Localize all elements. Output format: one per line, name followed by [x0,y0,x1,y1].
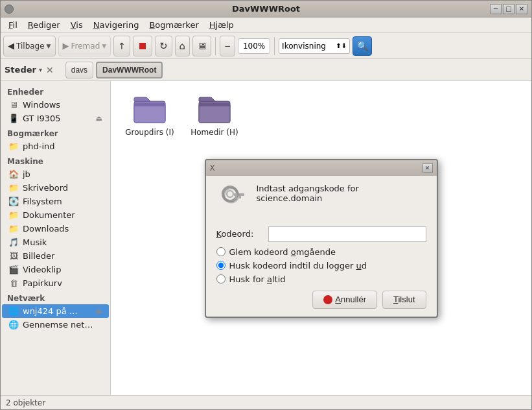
sidebar-item-phd-ind[interactable]: 📁 phd-ind [2,139,109,153]
sidebar-label-papirkurv: Papirkurv [23,278,62,288]
radio-always[interactable] [216,274,226,283]
reload-icon: ↻ [159,40,168,52]
sidebar-item-wnj424[interactable]: 🌐 wnj424 på … ⏏ [2,304,109,318]
sidebar-item-musik[interactable]: 🎵 Musik [2,235,109,249]
sidebar-label-videoklip: Videoklip [23,265,61,274]
sidebar-item-dokumenter[interactable]: 📁 Dokumenter [2,208,109,222]
sidebar-label-wnj424: wnj424 på … [23,306,78,316]
jb-icon: 🏠 [8,169,19,179]
sidebar-label-downloads: Downloads [23,224,69,234]
main-window: DavWWWRoot ─ □ ✕ Fil Rediger Vis Naviger… [0,0,532,410]
sidebar-label-jb: jb [23,169,30,179]
sidebar-label-phd-ind: phd-ind [23,141,55,151]
radio-forget-label: Glem kodeord omgående [229,247,336,257]
dialog-overlay: X ✕ [111,81,531,395]
stop-icon: ⏹ [137,40,148,52]
password-label: Kodeord: [216,229,268,239]
sidebar-label-gennemse: Gennemse net… [23,320,93,330]
dialog-title-icon: X [210,163,215,173]
home-button[interactable]: ⌂ [175,36,191,56]
musik-icon: 🎵 [8,237,19,247]
view-selector[interactable]: Ikonvisning ⬆⬇ [279,38,350,54]
sidebar-item-billeder[interactable]: 🖼 Billeder [2,249,109,263]
cancel-button[interactable]: Annullér [312,291,377,309]
sidebar-section-maskine: Maskine [1,153,110,167]
eject-wnj424-icon[interactable]: ⏏ [96,307,102,315]
downloads-icon: 📁 [8,224,19,234]
menu-fil[interactable]: Fil [3,19,23,31]
steder-label: Steder [5,65,36,75]
sidebar-item-windows[interactable]: 🖥 Windows [2,98,109,112]
forward-button[interactable]: ▶ Fremad ▼ [58,36,111,56]
breadcrumb-davs[interactable]: davs [65,62,93,78]
computer-button[interactable]: 🖥 [192,36,211,56]
close-steder-button[interactable]: ✕ [45,65,55,75]
locationbar: Steder ▾ ✕ davs DavWWWRoot [1,59,531,81]
videoklip-icon: 🎬 [8,265,19,274]
sidebar-item-gennemse[interactable]: 🌐 Gennemse net… [2,318,109,332]
toolbar: ◀ Tilbage ▼ ▶ Fremad ▼ ↑ ⏹ ↻ ⌂ 🖥 − 100% [1,33,531,59]
zoom-out-button[interactable]: − [220,36,235,56]
radio-forget[interactable] [216,247,226,256]
reload-button[interactable]: ↻ [155,36,172,56]
windows-icon: 🖥 [8,100,19,110]
menu-hjaelp[interactable]: Hjælp [204,19,239,31]
dialog-close-button[interactable]: ✕ [422,163,433,173]
cancel-dot-icon [323,295,332,304]
stop-button[interactable]: ⏹ [133,36,152,56]
view-dropdown-icon: ⬆⬇ [336,42,347,49]
eject-gt-icon[interactable]: ⏏ [96,114,102,123]
menu-bogmaerker[interactable]: Bogmærker [144,19,203,31]
search-icon: 🔍 [357,41,368,51]
radio-always-row: Husk for altid [216,274,426,284]
sidebar-item-filsystem[interactable]: 💽 Filsystem [2,195,109,208]
up-icon: ↑ [118,41,126,51]
zoom-level: 100% [238,38,270,54]
up-button[interactable]: ↑ [113,36,130,56]
cancel-label: Annullér [335,295,366,304]
wnj424-icon: 🌐 [8,306,19,316]
menu-navigering[interactable]: Navigering [88,19,145,31]
titlebar: DavWWWRoot ─ □ ✕ [1,1,531,18]
filsystem-icon: 💽 [8,197,19,206]
menubar: Fil Rediger Vis Navigering Bogmærker Hjæ… [1,18,531,33]
sidebar-item-papirkurv[interactable]: 🗑 Papirkurv [2,276,109,290]
sidebar-item-videoklip[interactable]: 🎬 Videoklip [2,263,109,276]
close-button[interactable]: ✕ [516,4,527,14]
steder-arrow-icon: ▾ [39,66,42,73]
back-button[interactable]: ◀ Tilbage ▼ [3,36,56,56]
sidebar-item-downloads[interactable]: 📁 Downloads [2,222,109,235]
filearea: Groupdirs (I) [111,81,531,395]
sidebar-label-billeder: Billeder [23,251,54,261]
dialog-message: Indtast adgangskode for science.domain [257,184,426,219]
main-content: Enheder 🖥 Windows 📱 GT I9305 ⏏ Bogmærker… [1,81,531,395]
sidebar-item-skrivebord[interactable]: 📁 Skrivebord [2,181,109,195]
forward-dropdown-icon[interactable]: ▼ [102,43,106,49]
view-label: Ikonvisning [282,42,326,51]
breadcrumb-davwwwroot[interactable]: DavWWWRoot [96,62,163,78]
zoom-out-icon: − [224,42,231,51]
dokumenter-icon: 📁 [8,210,19,220]
sidebar: Enheder 🖥 Windows 📱 GT I9305 ⏏ Bogmærker… [1,81,111,395]
search-button[interactable]: 🔍 [353,36,372,56]
back-label: Tilbage [16,42,45,51]
maximize-button[interactable]: □ [503,4,515,14]
menu-rediger[interactable]: Rediger [23,19,65,31]
forward-label: Fremad [71,42,100,51]
titlebar-left [5,5,14,14]
password-input[interactable] [268,226,426,242]
menu-vis[interactable]: Vis [65,19,88,31]
computer-icon: 🖥 [197,40,207,52]
minimize-button[interactable]: ─ [490,4,502,14]
gt-i9305-icon: 📱 [8,114,19,123]
back-dropdown-icon[interactable]: ▼ [47,43,51,49]
key-icon [216,184,249,219]
radio-session[interactable] [216,261,226,270]
ok-label: Tilslut [393,295,415,304]
sidebar-item-gt-i9305[interactable]: 📱 GT I9305 ⏏ [2,112,109,125]
sidebar-label-skrivebord: Skrivebord [23,183,68,193]
ok-button[interactable]: Tilslut [382,291,426,309]
phd-ind-icon: 📁 [8,141,19,151]
sidebar-item-jb[interactable]: 🏠 jb [2,167,109,181]
skrivebord-icon: 📁 [8,183,19,193]
